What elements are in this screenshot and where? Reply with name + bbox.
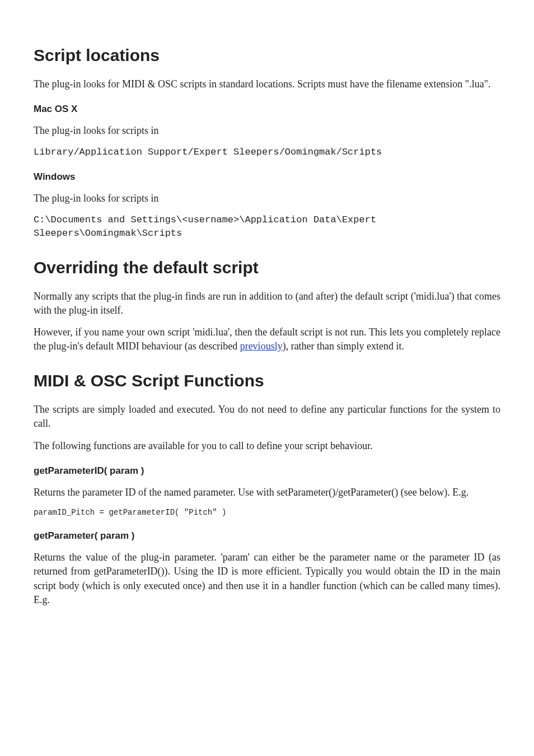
text-overriding-p2-after: ), rather than simply extend it.	[283, 340, 404, 352]
code-mac-path: Library/Application Support/Expert Sleep…	[34, 146, 500, 159]
subheading-mac-os-x: Mac OS X	[34, 102, 500, 116]
paragraph-getparameter-text: Returns the value of the plug-in paramet…	[34, 550, 500, 607]
paragraph-mac-text: The plug-in looks for scripts in	[34, 124, 500, 138]
subheading-getparameterid: getParameterID( param )	[34, 464, 500, 478]
paragraph-functions-p1: The scripts are simply loaded and execut…	[34, 403, 500, 431]
paragraph-getparameterid-text: Returns the parameter ID of the named pa…	[34, 486, 500, 500]
paragraph-functions-p2: The following functions are available fo…	[34, 439, 500, 453]
paragraph-windows-text: The plug-in looks for scripts in	[34, 192, 500, 206]
heading-overriding-default-script: Overriding the default script	[34, 256, 500, 279]
link-previously[interactable]: previously	[240, 340, 283, 352]
paragraph-overriding-p1: Normally any scripts that the plug-in fi…	[34, 290, 500, 318]
heading-midi-osc-script-functions: MIDI & OSC Script Functions	[34, 369, 500, 393]
subheading-getparameter: getParameter( param )	[34, 529, 500, 543]
paragraph-overriding-p2: However, if you name your own script 'mi…	[34, 325, 500, 353]
code-getparameterid-example: paramID_Pitch = getParameterID( "Pitch" …	[34, 507, 500, 519]
paragraph-script-locations-intro: The plug-in looks for MIDI & OSC scripts…	[34, 77, 500, 91]
heading-script-locations: Script locations	[34, 44, 500, 67]
subheading-windows: Windows	[34, 170, 500, 184]
code-windows-path: C:\Documents and Settings\<username>\App…	[34, 213, 500, 240]
